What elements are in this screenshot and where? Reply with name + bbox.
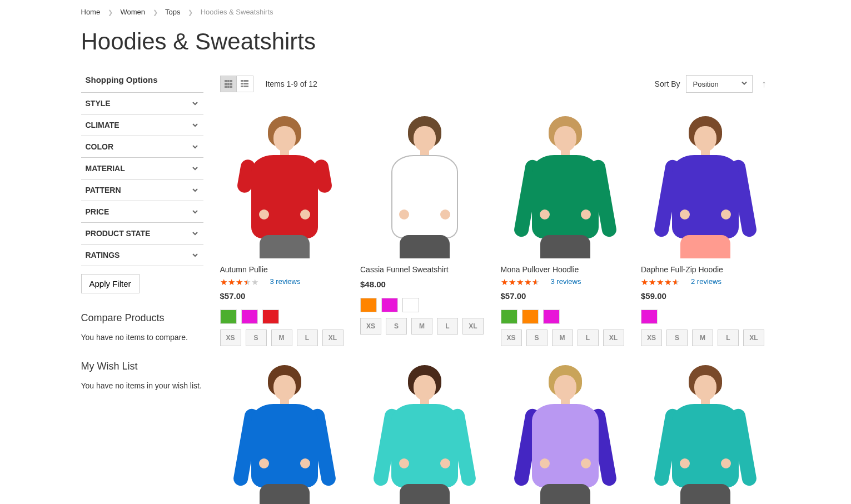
size-swatch-l[interactable]: L <box>718 330 739 346</box>
product-image[interactable] <box>501 357 630 504</box>
product-image[interactable] <box>220 108 350 258</box>
filter-label: PRODUCT STATE <box>86 229 151 238</box>
chevron-down-icon <box>191 164 199 172</box>
sort-by-select[interactable]: Position <box>686 75 753 93</box>
size-swatch-s[interactable]: S <box>386 318 407 335</box>
filter-label: MATERIAL <box>86 164 125 173</box>
filter-label: COLOR <box>86 142 114 151</box>
product-card <box>641 357 770 504</box>
product-name-link[interactable]: Autumn Pullie <box>220 258 350 274</box>
color-swatch[interactable] <box>381 298 398 312</box>
size-swatch-xl[interactable]: XL <box>322 330 344 346</box>
wishlist-heading: My Wish List <box>81 361 203 372</box>
size-swatch-s[interactable]: S <box>246 330 267 346</box>
chevron-down-icon <box>191 121 199 129</box>
color-swatch[interactable] <box>522 310 539 324</box>
color-swatch[interactable] <box>402 298 419 312</box>
breadcrumb-link[interactable]: Women <box>120 8 145 16</box>
product-image[interactable] <box>641 108 770 258</box>
size-swatch-m[interactable]: M <box>692 330 713 346</box>
color-swatch[interactable] <box>543 310 560 324</box>
size-swatch-xs[interactable]: XS <box>641 330 662 346</box>
product-card <box>501 357 630 504</box>
rating-stars: ★★★★★ ★★★★★ <box>220 277 265 286</box>
chevron-down-icon <box>191 186 199 194</box>
breadcrumb-link[interactable]: Home <box>81 8 101 16</box>
color-swatch[interactable] <box>641 310 658 324</box>
product-name-link[interactable]: Cassia Funnel Sweatshirt <box>360 258 490 274</box>
filter-label: PATTERN <box>86 186 121 194</box>
svg-rect-0 <box>225 80 227 82</box>
filter-pattern[interactable]: PATTERN <box>81 179 203 201</box>
list-view-button[interactable] <box>237 76 253 92</box>
rating-stars: ★★★★★ ★★★★★ <box>641 277 685 286</box>
size-swatch-xs[interactable]: XS <box>501 330 522 346</box>
filter-label: RATINGS <box>86 251 120 260</box>
size-swatch-l[interactable]: L <box>578 330 599 346</box>
grid-icon <box>225 80 232 88</box>
filter-label: PRICE <box>86 207 110 216</box>
size-swatch-xl[interactable]: XL <box>603 330 624 346</box>
color-swatch[interactable] <box>262 310 279 324</box>
color-swatch[interactable] <box>360 298 377 312</box>
product-image[interactable] <box>360 108 490 258</box>
product-card: Daphne Full-Zip Hoodie ★★★★★ ★★★★★ 2 rev… <box>641 108 770 346</box>
svg-rect-4 <box>227 83 230 85</box>
filter-color[interactable]: COLOR <box>81 136 203 158</box>
chevron-right-icon: ❯ <box>188 9 193 16</box>
size-swatch-l[interactable]: L <box>437 318 458 335</box>
color-swatch[interactable] <box>241 310 258 324</box>
breadcrumb-current: Hoodies & Sweatshirts <box>201 8 273 16</box>
reviews-link[interactable]: 2 reviews <box>691 277 721 286</box>
apply-filter-button[interactable]: Apply Filter <box>81 274 140 293</box>
size-swatch-m[interactable]: M <box>411 318 432 335</box>
size-swatch-xs[interactable]: XS <box>360 318 381 335</box>
sort-direction-button[interactable]: ↑ <box>758 78 770 90</box>
breadcrumb-link[interactable]: Tops <box>165 8 180 16</box>
page-title: Hoodies & Sweatshirts <box>81 28 770 55</box>
color-swatch[interactable] <box>220 310 237 324</box>
product-card: Cassia Funnel Sweatshirt$48.00XSSMLXL <box>360 108 490 346</box>
filter-product-state[interactable]: PRODUCT STATE <box>81 223 203 244</box>
filter-ratings[interactable]: RATINGS <box>81 244 203 266</box>
filter-climate[interactable]: CLIMATE <box>81 114 203 136</box>
product-card: Autumn Pullie ★★★★★ ★★★★★ 3 reviews$57.0… <box>220 108 350 346</box>
size-swatch-xs[interactable]: XS <box>220 330 241 346</box>
svg-rect-5 <box>230 83 232 85</box>
arrow-up-icon: ↑ <box>762 78 767 90</box>
size-swatch-s[interactable]: S <box>666 330 688 346</box>
product-price: $59.00 <box>641 291 770 301</box>
filter-style[interactable]: STYLE <box>81 93 203 114</box>
product-image[interactable] <box>641 357 770 504</box>
size-swatch-m[interactable]: M <box>271 330 292 346</box>
filter-material[interactable]: MATERIAL <box>81 158 203 179</box>
product-price: $48.00 <box>360 280 490 289</box>
wishlist-empty-text: You have no items in your wish list. <box>81 381 203 390</box>
chevron-right-icon: ❯ <box>108 9 113 16</box>
size-swatch-s[interactable]: S <box>526 330 548 346</box>
product-card <box>220 357 350 504</box>
svg-rect-6 <box>225 86 227 88</box>
product-image[interactable] <box>501 108 630 258</box>
product-image[interactable] <box>360 357 490 504</box>
product-image[interactable] <box>220 357 350 504</box>
size-swatch-l[interactable]: L <box>297 330 318 346</box>
svg-rect-10 <box>243 80 248 82</box>
filter-label: STYLE <box>86 99 111 108</box>
reviews-link[interactable]: 3 reviews <box>551 277 581 286</box>
breadcrumb: Home ❯ Women ❯ Tops ❯ Hoodies & Sweatshi… <box>81 0 770 24</box>
product-price: $57.00 <box>501 291 630 301</box>
list-icon <box>241 80 248 88</box>
filter-price[interactable]: PRICE <box>81 201 203 223</box>
color-swatch[interactable] <box>501 310 517 324</box>
product-name-link[interactable]: Daphne Full-Zip Hoodie <box>641 258 770 274</box>
svg-rect-13 <box>241 86 243 87</box>
size-swatch-xl[interactable]: XL <box>462 318 484 335</box>
chevron-down-icon <box>191 99 199 107</box>
size-swatch-m[interactable]: M <box>552 330 573 346</box>
grid-view-button[interactable] <box>220 76 237 92</box>
size-swatch-xl[interactable]: XL <box>743 330 764 346</box>
compare-empty-text: You have no items to compare. <box>81 333 203 342</box>
product-name-link[interactable]: Mona Pullover Hoodlie <box>501 258 630 274</box>
reviews-link[interactable]: 3 reviews <box>270 277 301 286</box>
